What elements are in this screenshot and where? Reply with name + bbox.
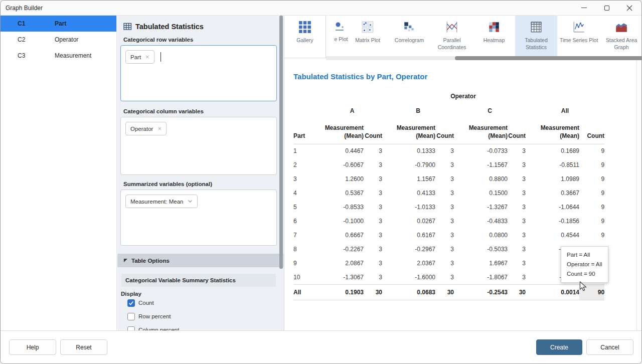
gallery-grid-icon bbox=[298, 21, 311, 34]
remove-chip-icon[interactable]: × bbox=[157, 125, 162, 132]
value-cell: 2.0367 bbox=[382, 256, 435, 270]
count-header: Count bbox=[579, 119, 604, 144]
row-label-cell: 8 bbox=[293, 242, 322, 256]
sidebar-item-part[interactable]: C1 Part bbox=[1, 16, 116, 32]
tab-label: Correlogram bbox=[395, 37, 424, 44]
window-title: Graph Builder bbox=[6, 5, 43, 12]
group-header: Operator bbox=[322, 90, 604, 103]
gallery-scrollbar[interactable] bbox=[326, 56, 641, 60]
variable-chip-part[interactable]: Part × bbox=[125, 50, 154, 64]
table-options-label: Table Options bbox=[131, 258, 170, 264]
maximize-button[interactable] bbox=[595, 1, 618, 15]
sidebar-item-measurement[interactable]: C3 Measurement bbox=[1, 48, 116, 64]
value-cell: 30 bbox=[364, 284, 382, 300]
close-icon bbox=[626, 5, 632, 11]
parallel-coordinates-icon bbox=[445, 21, 458, 34]
time-series-icon bbox=[572, 21, 585, 34]
cancel-button[interactable]: Cancel bbox=[586, 339, 633, 355]
tab-time-series-plot[interactable]: Time Series Plot bbox=[558, 16, 600, 56]
column-variables-box[interactable]: Operator × bbox=[120, 117, 277, 175]
tab-label: Stacked Area Graph bbox=[600, 37, 642, 51]
correlogram-icon bbox=[403, 21, 416, 34]
checkbox-row-percent[interactable]: Row percent bbox=[127, 312, 276, 320]
value-cell: 3 bbox=[364, 158, 382, 172]
value-cell: 3 bbox=[435, 270, 454, 284]
value-cell: -0.1856 bbox=[526, 214, 579, 228]
scrollbar-thumb[interactable] bbox=[279, 16, 283, 269]
checkbox-column-percent[interactable]: Column percent bbox=[127, 326, 276, 330]
footer-bar: Help Reset Create Cancel bbox=[1, 330, 641, 363]
create-button[interactable]: Create bbox=[536, 339, 582, 355]
group-levels-row: A B C All bbox=[293, 103, 604, 119]
value-cell: 0.1689 bbox=[526, 144, 579, 158]
output-scrollbar-track[interactable] bbox=[636, 61, 637, 330]
value-cell: 3 bbox=[435, 214, 454, 228]
value-cell: -0.2543 bbox=[454, 284, 508, 300]
checkbox-label: Row percent bbox=[138, 313, 171, 319]
chip-label: Measurement: Mean bbox=[130, 199, 183, 205]
cell-tooltip: Part = All Operator = All Count = 90 bbox=[561, 246, 608, 283]
value-cell: 3 bbox=[435, 144, 454, 158]
value-cell: 0.0683 bbox=[382, 284, 435, 300]
table-row: 2-0.60673-0.79003-1.15673-0.85119 bbox=[293, 158, 604, 172]
mean-header: Measurement(Mean) bbox=[454, 119, 508, 144]
row-variables-box[interactable]: Part × bbox=[120, 45, 277, 101]
tooltip-line: Operator = All bbox=[567, 260, 602, 269]
operator-header-row: Operator bbox=[293, 90, 604, 103]
value-cell: 0.6667 bbox=[322, 228, 364, 242]
value-cell: 3 bbox=[364, 172, 382, 186]
tab-gallery[interactable]: Gallery bbox=[284, 16, 326, 58]
table-options-expander[interactable]: Table Options bbox=[117, 254, 284, 267]
tab-tabulated-statistics[interactable]: Tabulated Statistics bbox=[515, 16, 557, 56]
value-cell: 3 bbox=[364, 214, 382, 228]
stats-table-wrap: Operator A B C All Part Measurement(Mean… bbox=[293, 90, 604, 300]
group-all: All bbox=[526, 103, 604, 119]
variable-chip-operator[interactable]: Operator × bbox=[125, 122, 167, 135]
value-cell: 3 bbox=[508, 214, 526, 228]
value-cell: 3 bbox=[508, 186, 526, 200]
value-cell: -1.0133 bbox=[382, 200, 435, 214]
summarized-variables-label: Summarized variables (optional) bbox=[123, 181, 276, 187]
maximize-icon bbox=[604, 6, 609, 11]
tab-stacked-area-graph[interactable]: Stacked Area Graph bbox=[600, 16, 642, 56]
checkbox-checked-icon[interactable] bbox=[127, 299, 135, 307]
help-button[interactable]: Help bbox=[9, 339, 56, 355]
tab-matrix-plot[interactable]: Matrix Plot bbox=[347, 16, 389, 56]
tab-parallel-coordinates[interactable]: Parallel Coordinates bbox=[431, 16, 473, 56]
summarized-variables-box[interactable]: Measurement: Mean bbox=[120, 190, 277, 246]
tab-label: Matrix Plot bbox=[355, 37, 380, 44]
value-cell: -0.4833 bbox=[454, 214, 508, 228]
mean-header: Measurement(Mean) bbox=[382, 119, 435, 144]
builder-scrollbar[interactable] bbox=[279, 16, 283, 330]
column-code: C2 bbox=[18, 36, 55, 43]
row-label-cell: 5 bbox=[293, 200, 322, 214]
value-cell: 3 bbox=[364, 186, 382, 200]
minimize-button[interactable] bbox=[573, 1, 595, 15]
reset-button[interactable]: Reset bbox=[60, 339, 107, 355]
column-name: Part bbox=[55, 20, 66, 27]
value-cell: 3 bbox=[435, 256, 454, 270]
tab-heatmap[interactable]: Heatmap bbox=[473, 16, 515, 56]
value-cell: 1.0989 bbox=[526, 172, 579, 186]
value-cell: 3 bbox=[508, 228, 526, 242]
scrollbar-thumb[interactable] bbox=[455, 56, 642, 60]
tab-correlogram[interactable]: Correlogram bbox=[388, 16, 430, 56]
value-cell: 3 bbox=[508, 200, 526, 214]
sidebar-item-operator[interactable]: C2 Operator bbox=[1, 32, 116, 48]
remove-chip-icon[interactable]: × bbox=[145, 54, 149, 60]
value-cell: 3 bbox=[508, 270, 526, 284]
tabulated-statistics-icon bbox=[530, 21, 543, 34]
checkbox-unchecked-icon[interactable] bbox=[127, 326, 135, 331]
value-cell: 3 bbox=[508, 158, 526, 172]
close-button[interactable] bbox=[618, 1, 640, 15]
columns-sidebar: C1 Part C2 Operator C3 Measurement bbox=[1, 16, 117, 330]
variable-chip-measurement-mean[interactable]: Measurement: Mean bbox=[125, 195, 198, 208]
row-label-cell: 4 bbox=[293, 186, 322, 200]
value-cell: -0.0733 bbox=[454, 144, 508, 158]
group-b: B bbox=[382, 103, 454, 119]
title-bar: Graph Builder bbox=[1, 1, 641, 16]
tab-label: e Plot bbox=[335, 36, 348, 43]
checkbox-unchecked-icon[interactable] bbox=[127, 313, 135, 320]
checkbox-count[interactable]: Count bbox=[127, 299, 276, 307]
group-a: A bbox=[322, 103, 382, 119]
